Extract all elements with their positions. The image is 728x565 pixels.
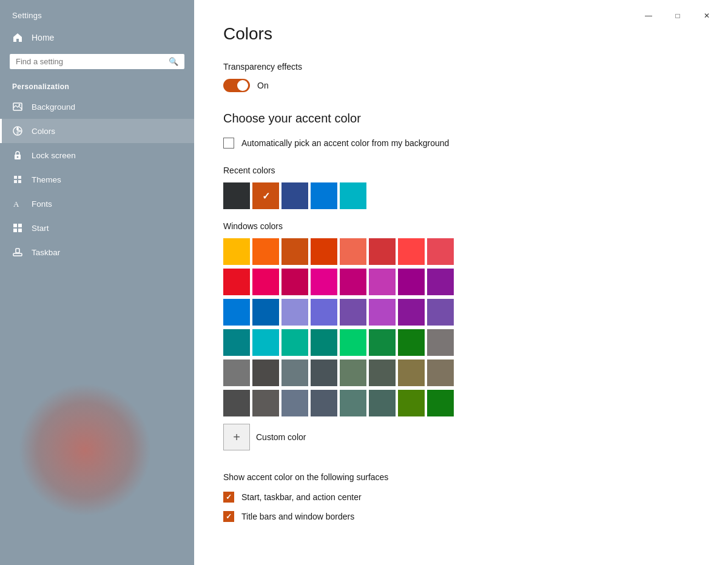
colors-icon [12, 125, 23, 136]
windows-swatch-0-2[interactable] [281, 238, 308, 265]
windows-swatch-4-3[interactable] [311, 359, 337, 386]
sidebar-item-lock-screen[interactable]: Lock screen [0, 143, 194, 167]
windows-swatch-3-5[interactable] [369, 329, 396, 356]
recent-swatch-2[interactable] [281, 182, 308, 209]
windows-swatch-3-7[interactable] [427, 329, 454, 356]
svg-rect-7 [18, 224, 22, 227]
sidebar-item-themes[interactable]: Themes [0, 167, 194, 192]
search-box[interactable]: 🔍 [10, 54, 184, 69]
windows-swatch-3-2[interactable] [281, 329, 308, 356]
search-input[interactable] [16, 57, 164, 66]
windows-swatch-1-4[interactable] [340, 269, 366, 295]
windows-swatch-1-0[interactable] [223, 269, 250, 295]
decorative-blob [18, 383, 152, 517]
windows-swatch-2-4[interactable] [340, 299, 366, 326]
svg-rect-9 [18, 229, 22, 232]
windows-swatch-3-3[interactable] [311, 329, 337, 356]
svg-rect-10 [13, 253, 22, 256]
windows-swatch-5-1[interactable] [252, 390, 279, 416]
windows-swatch-5-3[interactable] [311, 390, 337, 416]
windows-swatch-5-5[interactable] [369, 390, 396, 416]
surface-label-0: Start, taskbar, and action center [241, 492, 362, 502]
sidebar: Settings Home 🔍 Personalization Backgrou… [0, 0, 194, 565]
start-icon [12, 222, 23, 233]
windows-swatch-2-1[interactable] [252, 299, 279, 326]
windows-swatch-1-2[interactable] [281, 269, 308, 295]
themes-icon [12, 174, 23, 185]
windows-swatch-4-4[interactable] [340, 359, 366, 386]
custom-color-button[interactable]: + Custom color [223, 424, 699, 450]
background-label: Background [32, 102, 75, 112]
windows-swatch-5-0[interactable] [223, 390, 250, 416]
sidebar-item-taskbar[interactable]: Taskbar [0, 240, 194, 264]
surfaces-title: Show accent color on the following surfa… [223, 472, 699, 482]
windows-swatch-4-7[interactable] [427, 359, 454, 386]
windows-swatch-3-0[interactable] [223, 329, 250, 356]
surface-checkbox-0[interactable] [223, 492, 234, 503]
surface-row-0[interactable]: Start, taskbar, and action center [223, 492, 699, 503]
minimize-button[interactable]: — [635, 6, 662, 25]
recent-swatch-3[interactable] [311, 182, 337, 209]
windows-swatch-2-7[interactable] [427, 299, 454, 326]
page-title: Colors [223, 24, 699, 44]
windows-swatch-2-2[interactable] [281, 299, 308, 326]
windows-swatch-1-7[interactable] [427, 269, 454, 295]
windows-swatch-2-6[interactable] [398, 299, 425, 326]
maximize-button[interactable]: □ [664, 6, 692, 25]
sidebar-item-background[interactable]: Background [0, 95, 194, 119]
windows-swatch-3-4[interactable] [340, 329, 366, 356]
windows-color-row-0 [223, 238, 699, 265]
windows-color-row-2 [223, 299, 699, 326]
fonts-label: Fonts [32, 199, 52, 209]
auto-accent-row[interactable]: Automatically pick an accent color from … [223, 138, 699, 149]
windows-swatch-4-2[interactable] [281, 359, 308, 386]
svg-text:A: A [13, 199, 19, 209]
transparency-label: Transparency effects [223, 62, 699, 72]
windows-swatch-4-1[interactable] [252, 359, 279, 386]
windows-swatch-5-7[interactable] [427, 390, 454, 416]
surface-checkbox-1[interactable] [223, 511, 234, 522]
auto-accent-checkbox[interactable] [223, 138, 234, 149]
windows-swatch-0-4[interactable] [340, 238, 366, 265]
windows-swatch-1-5[interactable] [369, 269, 396, 295]
windows-swatch-0-7[interactable] [427, 238, 454, 265]
plus-icon: + [223, 424, 250, 450]
windows-swatch-0-5[interactable] [369, 238, 396, 265]
windows-swatch-0-6[interactable] [398, 238, 425, 265]
sidebar-item-colors[interactable]: Colors [0, 119, 194, 143]
sidebar-item-home[interactable]: Home [0, 26, 194, 49]
svg-rect-6 [13, 224, 17, 227]
windows-color-row-1 [223, 269, 699, 295]
fonts-icon: A [12, 198, 23, 209]
windows-swatch-4-5[interactable] [369, 359, 396, 386]
windows-color-row-4 [223, 359, 699, 386]
sidebar-item-fonts[interactable]: A Fonts [0, 192, 194, 216]
taskbar-icon [12, 247, 23, 258]
recent-swatch-1[interactable] [252, 182, 279, 209]
transparency-toggle[interactable] [223, 79, 250, 92]
windows-swatch-2-3[interactable] [311, 299, 337, 326]
windows-swatch-5-6[interactable] [398, 390, 425, 416]
recent-swatch-0[interactable] [223, 182, 250, 209]
windows-swatch-3-1[interactable] [252, 329, 279, 356]
recent-colors-label: Recent colors [223, 165, 699, 175]
windows-colors-grid [223, 238, 699, 416]
windows-swatch-5-2[interactable] [281, 390, 308, 416]
windows-swatch-1-3[interactable] [311, 269, 337, 295]
windows-swatch-1-6[interactable] [398, 269, 425, 295]
windows-swatch-0-1[interactable] [252, 238, 279, 265]
lock-screen-label: Lock screen [32, 151, 76, 160]
windows-swatch-5-4[interactable] [340, 390, 366, 416]
windows-swatch-3-6[interactable] [398, 329, 425, 356]
recent-swatch-4[interactable] [340, 182, 366, 209]
windows-swatch-1-1[interactable] [252, 269, 279, 295]
windows-swatch-0-3[interactable] [311, 238, 337, 265]
windows-swatch-4-6[interactable] [398, 359, 425, 386]
windows-swatch-2-5[interactable] [369, 299, 396, 326]
windows-swatch-2-0[interactable] [223, 299, 250, 326]
windows-swatch-4-0[interactable] [223, 359, 250, 386]
close-button[interactable]: ✕ [693, 6, 721, 25]
sidebar-item-start[interactable]: Start [0, 216, 194, 240]
windows-swatch-0-0[interactable] [223, 238, 250, 265]
surface-row-1[interactable]: Title bars and window borders [223, 511, 699, 522]
